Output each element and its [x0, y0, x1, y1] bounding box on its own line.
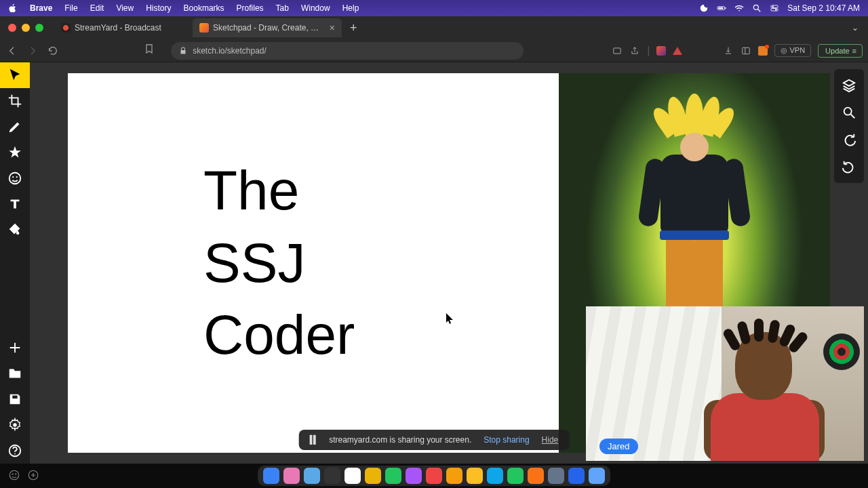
- close-tab-icon[interactable]: ×: [330, 22, 335, 33]
- dock-app-icon[interactable]: [426, 468, 442, 484]
- emoji-picker-icon[interactable]: [8, 469, 20, 484]
- nav-back-button[interactable]: [5, 44, 19, 58]
- dock-app-icon[interactable]: [589, 468, 605, 484]
- dock-app-icon[interactable]: [263, 468, 279, 484]
- tool-save[interactable]: [0, 386, 30, 412]
- address-bar[interactable]: sketch.io/sketchpad/: [171, 42, 524, 60]
- tab-streamyard[interactable]: StreamYard - Broadcast: [54, 18, 190, 37]
- svg-line-19: [851, 115, 855, 119]
- stop-sharing-button[interactable]: Stop sharing: [484, 435, 529, 445]
- warning-icon[interactable]: [673, 47, 682, 55]
- tab-overflow-button[interactable]: ⌄: [848, 23, 863, 33]
- bookmark-button[interactable]: [142, 42, 156, 56]
- menu-window[interactable]: Window: [301, 3, 330, 13]
- cursor-icon: [446, 313, 454, 325]
- control-center-icon[interactable]: [770, 3, 779, 13]
- menu-bookmarks[interactable]: Bookmarks: [184, 3, 224, 13]
- canvas-text-line2: SSJ: [203, 227, 355, 300]
- tab-sketchpad[interactable]: Sketchpad - Draw, Create, Sha ×: [193, 18, 342, 37]
- reader-mode-icon[interactable]: [612, 45, 623, 56]
- menu-view[interactable]: View: [116, 3, 134, 13]
- pause-icon: ▌▌: [310, 435, 317, 445]
- share-icon[interactable]: [629, 45, 640, 56]
- tab-label: StreamYard - Broadcast: [75, 23, 183, 33]
- menu-history[interactable]: History: [146, 3, 171, 13]
- moon-icon[interactable]: [699, 3, 709, 13]
- tool-redo[interactable]: [834, 126, 864, 153]
- dock-app-icon[interactable]: [446, 468, 462, 484]
- sidebar-toggle-icon[interactable]: [741, 45, 751, 56]
- active-app-name[interactable]: Brave: [30, 3, 52, 13]
- new-tab-button[interactable]: +: [344, 21, 363, 35]
- minimize-window-button[interactable]: [22, 24, 30, 32]
- tool-emoji[interactable]: [0, 165, 30, 191]
- bottom-bar: [0, 464, 868, 488]
- macos-dock[interactable]: [258, 466, 610, 486]
- wifi-icon[interactable]: [734, 3, 744, 13]
- dock-app-icon[interactable]: [365, 468, 381, 484]
- update-button[interactable]: Update ≡: [818, 44, 863, 58]
- canvas-text-block[interactable]: The SSJ Coder: [203, 155, 355, 371]
- dock-app-icon[interactable]: [467, 468, 483, 484]
- svg-line-4: [758, 9, 761, 12]
- tool-text[interactable]: [0, 191, 30, 217]
- close-window-button[interactable]: [8, 24, 16, 32]
- tool-crop[interactable]: [0, 88, 30, 114]
- download-icon[interactable]: [723, 45, 734, 56]
- menu-profiles[interactable]: Profiles: [237, 3, 264, 13]
- menubar-clock[interactable]: Sat Sep 2 10:47 AM: [787, 3, 860, 13]
- tool-layers[interactable]: [834, 72, 864, 99]
- dock-app-icon[interactable]: [385, 468, 401, 484]
- brave-shields-icon[interactable]: [656, 46, 666, 56]
- vpn-button[interactable]: ◎ VPN: [774, 44, 811, 57]
- tool-settings[interactable]: [0, 412, 30, 438]
- dock-app-icon[interactable]: [507, 468, 524, 484]
- dock-app-icon[interactable]: [344, 468, 361, 484]
- right-toolbar: [834, 69, 864, 183]
- zoom-window-button[interactable]: [35, 24, 43, 32]
- svg-point-14: [16, 176, 18, 178]
- tool-folder[interactable]: [0, 361, 30, 386]
- dock-app-icon[interactable]: [406, 468, 422, 484]
- menu-edit[interactable]: Edit: [90, 3, 104, 13]
- tool-brush[interactable]: [0, 114, 30, 140]
- tool-star[interactable]: [0, 140, 30, 165]
- svg-point-8: [775, 9, 776, 10]
- dock-app-icon[interactable]: [283, 468, 300, 484]
- menu-help[interactable]: Help: [342, 3, 359, 13]
- add-item-icon[interactable]: [27, 469, 39, 484]
- apple-icon[interactable]: [8, 3, 18, 13]
- dock-app-icon[interactable]: [324, 468, 340, 484]
- svg-rect-2: [726, 7, 726, 9]
- dock-app-icon[interactable]: [568, 468, 585, 484]
- tool-undo[interactable]: [834, 153, 864, 180]
- dock-app-icon[interactable]: [304, 468, 320, 484]
- menu-file[interactable]: File: [64, 3, 77, 13]
- tool-add[interactable]: [0, 335, 30, 361]
- tool-help[interactable]: [0, 438, 30, 464]
- browser-tab-strip: StreamYard - Broadcast Sketchpad - Draw,…: [0, 16, 868, 39]
- nav-forward-button[interactable]: [26, 44, 39, 58]
- svg-point-20: [9, 470, 19, 480]
- tool-fill[interactable]: [0, 217, 30, 243]
- hide-banner-button[interactable]: Hide: [542, 435, 559, 445]
- tool-pointer[interactable]: [0, 62, 30, 88]
- tool-zoom[interactable]: [834, 99, 864, 126]
- dock-app-icon[interactable]: [487, 468, 503, 484]
- reload-button[interactable]: [46, 44, 60, 58]
- svg-point-21: [12, 474, 14, 475]
- window-controls[interactable]: [8, 24, 43, 32]
- svg-point-13: [12, 176, 14, 178]
- extension-icon[interactable]: [758, 46, 768, 56]
- dock-app-icon[interactable]: [528, 468, 544, 484]
- battery-icon[interactable]: [717, 3, 726, 13]
- webcam-overlay[interactable]: Jared: [586, 306, 864, 461]
- canvas-text-line1: The: [203, 155, 355, 227]
- svg-point-18: [844, 108, 852, 115]
- search-icon[interactable]: [752, 3, 762, 13]
- svg-rect-5: [771, 5, 778, 7]
- dock-app-icon[interactable]: [548, 468, 564, 484]
- menu-tab[interactable]: Tab: [276, 3, 289, 13]
- svg-rect-9: [614, 47, 621, 53]
- svg-point-15: [13, 423, 17, 427]
